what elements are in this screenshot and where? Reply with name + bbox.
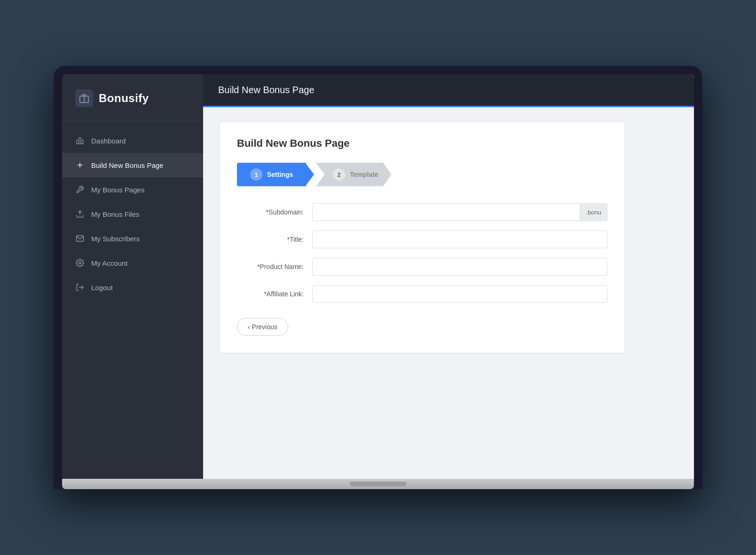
label-affiliate-link: *Affiliate Link:	[237, 290, 312, 298]
sidebar-item-my-bonus-pages[interactable]: My Bonus Pages	[62, 177, 203, 202]
input-wrap-product-name	[312, 258, 607, 276]
step-2: 2 Template	[316, 163, 391, 186]
form-group-subdomain: *Subdomain: .bonu	[237, 203, 607, 221]
laptop-notch	[350, 482, 406, 486]
step-1: 1 Settings	[237, 163, 306, 186]
page-card: Build New Bonus Page 1 Settings 2 Templa…	[220, 122, 624, 353]
sidebar-item-build-new-bonus-page[interactable]: Build New Bonus Page	[62, 153, 203, 177]
topbar-title: Build New Bonus Page	[218, 85, 315, 95]
app-name: Bonusify	[99, 92, 149, 105]
form-group-affiliate-link: *Affiliate Link:	[237, 285, 607, 303]
laptop-base	[62, 479, 694, 489]
input-wrap-subdomain: .bonu	[312, 203, 607, 221]
form-group-product-name: *Product Name:	[237, 258, 607, 276]
content-area: Build New Bonus Page 1 Settings 2 Templa…	[203, 107, 694, 479]
previous-button[interactable]: ‹ Previous	[237, 318, 288, 336]
step-2-label: Template	[350, 171, 378, 178]
sidebar-item-my-account[interactable]: My Account	[62, 251, 203, 275]
sidebar: Bonusify Dashboard	[62, 74, 203, 479]
mail-icon	[75, 234, 85, 243]
page-title: Build New Bonus Page	[237, 137, 607, 150]
label-title: *Title:	[237, 236, 312, 243]
logout-icon	[75, 283, 85, 292]
form-group-title: *Title:	[237, 230, 607, 248]
step-arrow-1	[306, 163, 314, 186]
step-1-label: Settings	[267, 171, 293, 178]
sidebar-item-logout[interactable]: Logout	[62, 275, 203, 300]
input-product-name[interactable]	[312, 258, 607, 276]
sidebar-item-dashboard[interactable]: Dashboard	[62, 128, 203, 153]
input-title[interactable]	[312, 230, 607, 248]
logo-icon	[75, 89, 93, 107]
input-subdomain[interactable]	[312, 203, 580, 221]
label-product-name: *Product Name:	[237, 263, 312, 270]
laptop-screen: Bonusify Dashboard	[62, 74, 694, 479]
sidebar-logo: Bonusify	[62, 74, 203, 121]
wrench-icon	[75, 185, 85, 194]
topbar: Build New Bonus Page	[203, 74, 694, 107]
laptop-outer: Bonusify Dashboard	[54, 66, 702, 489]
input-wrap-affiliate-link	[312, 285, 607, 303]
sidebar-item-my-subscribers[interactable]: My Subscribers	[62, 226, 203, 251]
step-1-num: 1	[250, 168, 262, 181]
gear-icon	[75, 258, 85, 268]
svg-point-5	[79, 262, 81, 264]
plus-icon	[75, 160, 85, 170]
home-icon	[75, 136, 85, 145]
step-2-num: 2	[333, 168, 345, 181]
sidebar-nav: Dashboard Build New Bonus Page	[62, 125, 203, 303]
input-wrap-title	[312, 230, 607, 248]
wizard-steps: 1 Settings 2 Template	[237, 163, 607, 186]
subdomain-suffix: .bonu	[580, 203, 607, 221]
upload-icon	[75, 209, 85, 219]
main-content: Build New Bonus Page Build New Bonus Pag…	[203, 74, 694, 479]
label-subdomain: *Subdomain:	[237, 208, 312, 216]
sidebar-item-my-bonus-files[interactable]: My Bonus Files	[62, 202, 203, 226]
input-affiliate-link[interactable]	[312, 285, 607, 303]
